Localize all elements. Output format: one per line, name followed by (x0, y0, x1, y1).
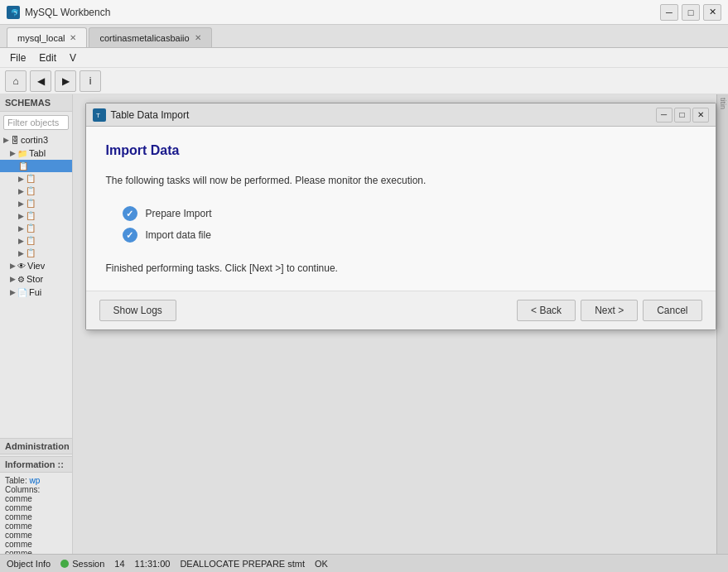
column-1: comme (5, 503, 67, 512)
tab-cortinas-label: cortinasmetalicasbaiio (99, 33, 189, 43)
tree-icon-table-5: 📋 (26, 224, 36, 233)
svg-text:🐬: 🐬 (11, 8, 18, 17)
tree-label-views: Viev (27, 261, 45, 271)
tab-bar: mysql_local ✕ cortinasmetalicasbaiio ✕ (0, 25, 728, 48)
administration-section[interactable]: Administration (0, 438, 72, 454)
tab-mysql-local-close[interactable]: ✕ (70, 33, 76, 42)
query-text: DEALLOCATE PREPARE stmt (180, 559, 305, 569)
schema-tree: ▶ 🗄 cortin3 ▶ 📁 Tabl 📋 ▶ 📋 ▶ 📋 (0, 133, 72, 438)
connection-indicator (60, 560, 69, 568)
toolbar-forward-button[interactable]: ▶ (55, 70, 76, 92)
tree-item-table-1[interactable]: ▶ 📋 (0, 172, 72, 185)
table-info-value: wp (29, 476, 40, 485)
dialog-maximize-btn[interactable]: □ (674, 108, 691, 123)
task-label-prepare: Prepare Import (146, 208, 212, 219)
app-title: MySQL Workbench (25, 7, 655, 18)
dialog-status-text: Finished performing tasks. Click [Next >… (106, 262, 696, 274)
tree-arrow-table-6: ▶ (18, 237, 24, 245)
dialog-title-text: Table Data Import (111, 109, 651, 121)
task-check-import (123, 228, 137, 243)
filter-objects-input[interactable]: Filter objects (3, 115, 69, 130)
dialog-body: Import Data The following tasks will now… (86, 127, 716, 291)
menu-file[interactable]: File (3, 50, 32, 65)
tree-item-table-4[interactable]: ▶ 📋 (0, 209, 72, 222)
tree-label-cortin3: cortin3 (21, 135, 48, 145)
tree-item-tables[interactable]: ▶ 📁 Tabl (0, 147, 72, 160)
title-bar: 🐬 MySQL Workbench ─ □ ✕ (0, 0, 728, 25)
column-2: comme (5, 512, 67, 522)
status-time: 11:31:00 (135, 559, 171, 569)
table-info-label: Table: (5, 476, 27, 485)
tree-arrow-tables: ▶ (10, 149, 16, 157)
tree-icon-table-1: 📋 (26, 174, 36, 183)
tree-icon-table-7: 📋 (26, 248, 36, 257)
dialog-close-btn[interactable]: ✕ (692, 108, 709, 123)
column-0: comme (5, 494, 67, 503)
tree-item-functions[interactable]: ▶ 📄 Fui (0, 286, 72, 299)
import-dialog: T Table Data Import ─ □ ✕ Import Data Th… (85, 103, 716, 330)
tree-arrow-views: ▶ (10, 262, 16, 270)
tree-icon-views: 👁 (17, 262, 26, 271)
dialog-footer: Show Logs < Back Next > Cancel (86, 291, 716, 329)
close-button[interactable]: ✕ (703, 4, 721, 21)
tree-icon-table-2: 📋 (26, 186, 36, 195)
session-segment: Session (60, 559, 104, 569)
menu-edit[interactable]: Edit (32, 50, 63, 65)
menu-view[interactable]: V (63, 50, 83, 65)
tree-icon-tables: 📁 (17, 149, 27, 158)
tab-mysql-local-label: mysql_local (17, 33, 65, 43)
session-label: Session (72, 559, 104, 569)
dialog-intro-text: The following tasks will now be performe… (106, 175, 696, 186)
tab-mysql-local[interactable]: mysql_local ✕ (7, 27, 87, 47)
tree-item-table-0[interactable]: 📋 (0, 160, 72, 172)
tree-item-table-5[interactable]: ▶ 📋 (0, 222, 72, 234)
task-item-import: Import data file (123, 228, 696, 243)
tree-item-table-2[interactable]: ▶ 📋 (0, 185, 72, 197)
tree-item-table-6[interactable]: ▶ 📋 (0, 234, 72, 247)
dialog-icon: T (93, 108, 106, 122)
information-section[interactable]: Information :: (0, 456, 72, 473)
tree-arrow-table-7: ▶ (18, 249, 24, 257)
tree-item-cortin3[interactable]: ▶ 🗄 cortin3 (0, 133, 72, 147)
tree-item-views[interactable]: ▶ 👁 Viev (0, 259, 72, 272)
object-info-label[interactable]: Object Info (7, 559, 51, 569)
back-button[interactable]: < Back (517, 300, 576, 321)
show-logs-button[interactable]: Show Logs (99, 300, 176, 321)
cancel-button[interactable]: Cancel (643, 300, 701, 321)
window-controls: ─ □ ✕ (660, 4, 721, 21)
tab-cortinas[interactable]: cortinasmetalicasbaiio ✕ (89, 27, 211, 47)
sidebar: SCHEMAS Filter objects ▶ 🗄 cortin3 ▶ 📁 T… (0, 94, 73, 570)
minimize-button[interactable]: ─ (660, 4, 678, 21)
tree-label-tables: Tabl (29, 148, 46, 158)
tree-item-stored-procs[interactable]: ▶ ⚙ Stor (0, 272, 72, 286)
toolbar-home-button[interactable]: ⌂ (5, 70, 27, 92)
tree-arrow-table-4: ▶ (18, 212, 24, 220)
toolbar-info-button[interactable]: i (80, 70, 101, 92)
svg-text:T: T (96, 112, 100, 119)
tree-icon-table-0: 📋 (18, 161, 28, 171)
tree-item-table-3[interactable]: ▶ 📋 (0, 197, 72, 209)
dialog-minimize-btn[interactable]: ─ (656, 108, 673, 123)
maximize-button[interactable]: □ (682, 4, 700, 21)
tab-cortinas-close[interactable]: ✕ (195, 33, 201, 42)
next-button[interactable]: Next > (581, 300, 638, 321)
information-label: Information :: (5, 459, 64, 469)
dialog-window-controls: ─ □ ✕ (656, 108, 709, 123)
tree-icon-cortin3: 🗄 (11, 136, 19, 145)
dialog-overlay: T Table Data Import ─ □ ✕ Import Data Th… (73, 94, 728, 570)
schemas-section-header: SCHEMAS (0, 94, 72, 112)
content-area: ti­tin T Table Data Import ─ □ ✕ (73, 94, 728, 570)
tree-icon-table-3: 📋 (26, 199, 36, 208)
tree-arrow-table-1: ▶ (18, 175, 24, 183)
task-item-prepare: Prepare Import (123, 206, 696, 221)
toolbar-back-button[interactable]: ◀ (30, 70, 51, 92)
toolbar: ⌂ ◀ ▶ i (0, 68, 728, 94)
nav-buttons: < Back Next > Cancel (517, 300, 701, 321)
tree-icon-functions: 📄 (17, 288, 27, 297)
tree-arrow-table-2: ▶ (18, 187, 24, 195)
task-label-import: Import data file (146, 229, 211, 241)
column-4: comme (5, 531, 67, 540)
app-icon: 🐬 (7, 6, 20, 19)
tree-icon-stored-procs: ⚙ (17, 275, 25, 284)
tree-item-table-7[interactable]: ▶ 📋 (0, 247, 72, 259)
